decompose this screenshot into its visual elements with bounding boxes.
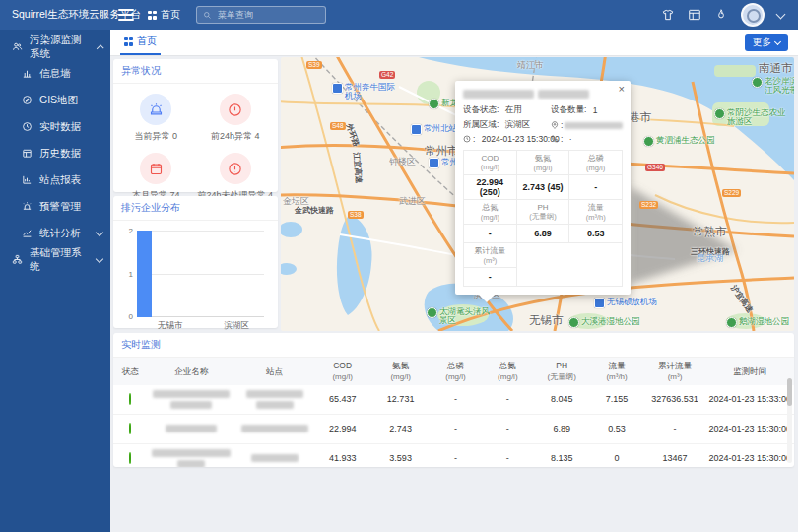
user-avatar[interactable] <box>741 3 765 27</box>
map-label-changshu: 常熟市 <box>693 225 727 239</box>
gis-map[interactable]: 靖江市 南通市 张家港市 常州市 钟楼区 武进区 金坛区 金武快速路 无锡市 滨… <box>281 57 794 331</box>
road-badge: S232 <box>639 201 658 209</box>
map-label-zhonglou: 钟楼区 <box>389 156 416 168</box>
poi-daxigang-wetland[interactable]: 大溪港湿地公园 <box>568 317 640 328</box>
dashboard-page: 异常状况 当前异常 0 前24h异常 4 本月异常 74 前24h未处理异常 4… <box>110 55 798 532</box>
close-icon[interactable]: × <box>619 84 625 95</box>
park-icon <box>726 317 737 328</box>
layout-size-icon[interactable] <box>688 8 701 22</box>
more-button[interactable]: 更多 <box>745 34 788 51</box>
train-icon <box>411 124 422 135</box>
station-name-redacted <box>236 425 312 432</box>
road-badge: G346 <box>645 164 665 171</box>
total-flow-value: - <box>464 268 517 287</box>
flame-icon[interactable] <box>714 8 728 22</box>
grid-icon <box>148 11 157 20</box>
stat-24h-abnormal: 前24h异常 4 <box>197 90 275 147</box>
airport-icon <box>594 298 605 308</box>
siren-icon <box>149 102 164 117</box>
poi-label: 太湖鼋头渚风景区 <box>439 307 494 326</box>
tab-label: 首页 <box>137 34 157 48</box>
clock-icon <box>463 135 471 143</box>
stat-current-abnormal: 当前异常 0 <box>117 90 195 147</box>
poi-label: 老沙岸滨江风光带 <box>765 77 794 96</box>
table-icon <box>22 148 33 159</box>
tp-value: - <box>569 175 623 200</box>
x-category: 滨湖区 <box>204 320 271 332</box>
warning-circle-icon <box>228 162 242 176</box>
menu-search[interactable] <box>196 6 326 24</box>
road-badge: S39 <box>306 61 322 69</box>
poi-changzhou-north-station[interactable]: 常州北站 <box>411 124 457 135</box>
sidebar-item-statistics[interactable]: 统计分析 <box>0 220 110 246</box>
company-name-redacted <box>149 390 234 409</box>
map-label-jingjiang: 靖江市 <box>517 59 544 72</box>
table-row[interactable]: 41.9333.593 -- 8.1350 134672024-01-23 15… <box>113 443 794 467</box>
park-icon <box>752 77 763 88</box>
status-online-dot <box>129 452 131 464</box>
sidebar-item-info-wall[interactable]: 信息墙 <box>0 60 110 87</box>
device-count: 设备数量: 1 <box>551 104 623 116</box>
sidebar-item-gis-map[interactable]: GIS地图 <box>0 87 110 113</box>
map-label-wuxi: 无锡市 <box>529 313 564 328</box>
sidebar-item-history-data[interactable]: 历史数据 <box>0 140 110 166</box>
more-button-label: 更多 <box>753 36 771 49</box>
sidebar: 污染源监测系统 信息墙 GIS地图 实时数据 历史数据 站点报表 预警管理 <box>0 30 110 532</box>
sidebar-group-basic-management[interactable]: 基础管理系统 <box>0 246 110 273</box>
poi-label: 常州奔牛国际机场 <box>345 83 395 101</box>
poi-label: 常州北站 <box>424 124 457 133</box>
chevron-down-icon <box>774 37 781 44</box>
poi-changzhou-airport[interactable]: 常州奔牛国际机场 <box>332 83 395 101</box>
map-label-wujin: 武进区 <box>399 195 426 208</box>
station-name-redacted <box>236 454 312 462</box>
poi-laoshaan-riverside[interactable]: 老沙岸滨江风光带 <box>752 77 794 96</box>
poi-label: 大溪港湿地公园 <box>581 317 640 326</box>
chevron-down-icon <box>96 228 103 235</box>
tab-home[interactable]: 首页 <box>120 30 161 55</box>
company-name-redacted <box>149 449 234 467</box>
poi-huangsipu-park[interactable]: 黄泗浦生态公园 <box>643 136 715 147</box>
scrollbar-track[interactable] <box>787 378 792 463</box>
stat-value: 4 <box>255 131 260 141</box>
scrollbar-thumb[interactable] <box>787 378 792 406</box>
train-icon <box>429 158 439 168</box>
address-redacted: : <box>551 119 623 131</box>
search-input[interactable] <box>216 9 319 21</box>
poi-shuofang-airport[interactable]: 无锡硕放机场 <box>594 298 657 308</box>
sidebar-item-station-report[interactable]: 站点报表 <box>0 166 110 193</box>
bar-chart: 2 1 0 <box>137 231 270 317</box>
alert-circle-icon <box>228 102 242 117</box>
region: 所属区域: 滨湖区 <box>463 119 551 131</box>
chevron-up-icon <box>96 44 103 52</box>
user-menu-chevron-down-icon[interactable] <box>776 9 786 19</box>
road-badge: G42 <box>379 71 395 79</box>
panel-title: 异常状况 <box>113 59 278 84</box>
topbar-home-label: 首页 <box>161 8 180 22</box>
park-icon <box>714 108 725 119</box>
popup-title-redacted <box>463 90 623 99</box>
sidebar-item-label: 预警管理 <box>39 200 81 214</box>
poi-changyinsha-tourist-area[interactable]: 常阴沙生态农业旅游区 <box>714 108 787 127</box>
park-icon <box>429 99 439 109</box>
sidebar-group-pollution-monitoring[interactable]: 污染源监测系统 <box>0 33 110 60</box>
info-wall-icon <box>22 68 33 79</box>
sidebar-item-realtime-data[interactable]: 实时数据 <box>0 113 110 140</box>
y-tick: 0 <box>123 312 133 321</box>
tab-bar: 首页 更多 <box>110 30 798 56</box>
chevron-down-icon <box>96 254 103 262</box>
siren-icon <box>22 201 33 212</box>
park-icon <box>568 317 579 328</box>
poi-label: 常阴沙生态农业旅游区 <box>727 108 787 127</box>
sidebar-item-label: 实时数据 <box>39 120 81 134</box>
theme-skin-icon[interactable] <box>661 8 675 22</box>
table-row[interactable]: 22.9942.743 -- 6.890.53 -2024-01-23 15:3… <box>113 414 794 443</box>
sidebar-item-label: 历史数据 <box>39 147 81 161</box>
hamburger-menu-icon[interactable] <box>118 9 134 21</box>
poi-ehu-wetland[interactable]: 鹅湖湿地公园 <box>726 317 789 328</box>
poi-yuantouzhu-scenic[interactable]: 太湖鼋头渚风景区 <box>427 307 494 326</box>
topbar-home-link[interactable]: 首页 <box>148 8 180 22</box>
table-row[interactable]: 65.43712.731 -- 8.0457.155 327636.531202… <box>113 385 794 415</box>
sidebar-item-alert-management[interactable]: 预警管理 <box>0 193 110 220</box>
x-category: 无锡市 <box>137 320 204 332</box>
line-chart-icon <box>22 228 33 238</box>
